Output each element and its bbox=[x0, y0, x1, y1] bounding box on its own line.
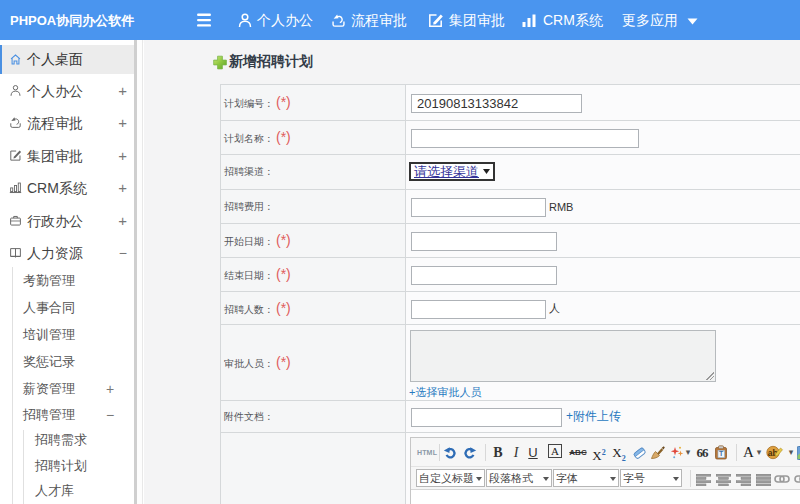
svg-text:T: T bbox=[719, 450, 724, 457]
